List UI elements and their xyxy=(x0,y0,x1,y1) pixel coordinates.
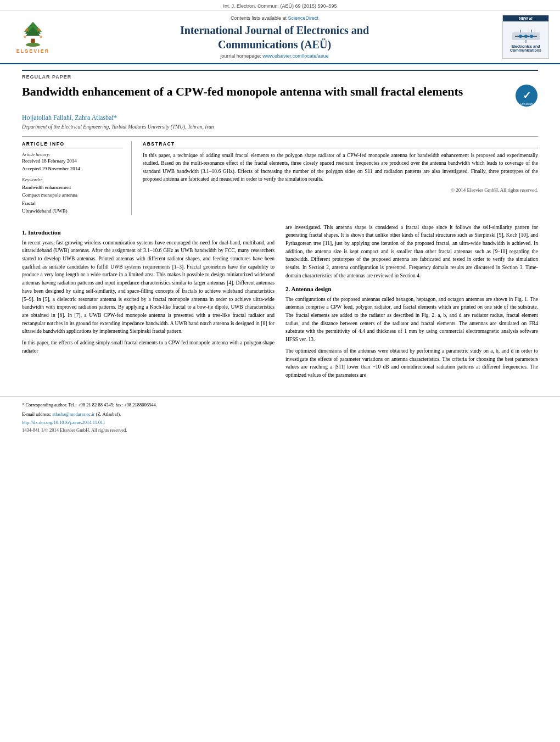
journal-header: ELSEVIER Contents lists available at Sci… xyxy=(0,10,560,64)
keyword-2: Compact monopole antenna xyxy=(22,191,123,199)
page-footer: * Corresponding author. Tel.: +98 21 82 … xyxy=(0,397,560,439)
journal-logo-box: NEW af Electronics and xyxy=(502,15,549,59)
homepage-url[interactable]: www.elsevier.com/locate/aeue xyxy=(262,53,329,59)
received-date: Received 18 February 2014 xyxy=(22,158,123,164)
citation-bar: Int. J. Electron. Commun. (AEÜ) 69 (2015… xyxy=(0,0,560,10)
svg-point-8 xyxy=(40,36,42,38)
section1-para1: In recent years, fast growing wireless c… xyxy=(22,239,275,336)
page: Int. J. Electron. Commun. (AEÜ) 69 (2015… xyxy=(0,0,560,742)
elsevier-brand-text: ELSEVIER xyxy=(16,48,50,54)
section1-heading: 1. Introduction xyxy=(22,229,275,236)
journal-logo-top-text: NEW af xyxy=(503,15,548,21)
body-columns: 1. Introduction In recent years, fast gr… xyxy=(22,224,538,383)
section2-heading: 2. Antenna design xyxy=(285,286,538,292)
journal-homepage: journal homepage: www.elsevier.com/locat… xyxy=(55,53,494,59)
svg-point-12 xyxy=(524,35,528,38)
journal-logo-body-text1: Electronics and Communications xyxy=(510,44,541,52)
abstract-copyright: © 2014 Elsevier GmbH. All rights reserve… xyxy=(143,187,538,193)
elsevier-logo: ELSEVIER xyxy=(11,20,55,54)
sciencedirect-label: Contents lists available at ScienceDirec… xyxy=(55,15,494,21)
keywords-section: Keywords: Bandwidth enhancement Compact … xyxy=(22,177,123,215)
svg-point-5 xyxy=(25,28,28,31)
journal-main-title: International Journal of Electronics and… xyxy=(55,23,494,52)
article-info-column: ARTICLE INFO Article history: Received 1… xyxy=(22,141,132,215)
authors: Hojjatollah Fallahi, Zahra Atlasbaf* xyxy=(22,114,538,122)
footnote-email: E-mail address: atlasha@modares.ac.ir (Z… xyxy=(22,411,538,418)
keyword-3: Fractal xyxy=(22,199,123,207)
paper-type-label: REGULAR PAPER xyxy=(22,70,538,80)
section2-para1: The configurations of the proposed anten… xyxy=(285,295,538,344)
keyword-1: Bandwidth enhancement xyxy=(22,183,123,191)
accepted-date: Accepted 19 November 2014 xyxy=(22,166,123,171)
section2-para2: The optimized dimensions of the antennas… xyxy=(285,347,538,380)
svg-point-11 xyxy=(519,35,522,38)
svg-point-6 xyxy=(37,28,40,31)
article-title: Bandwidth enhancement of a CPW-fed monop… xyxy=(22,84,509,100)
abstract-heading: ABSTRACT xyxy=(143,141,538,148)
sciencedirect-link[interactable]: ScienceDirect xyxy=(288,15,319,21)
email-link[interactable]: atlasha@modares.ac.ir xyxy=(52,411,94,417)
history-label: Article history: xyxy=(22,152,123,157)
keywords-label: Keywords: xyxy=(22,177,123,182)
article-info-heading: ARTICLE INFO xyxy=(22,141,123,148)
article-columns: ARTICLE INFO Article history: Received 1… xyxy=(22,136,538,215)
citation-text: Int. J. Electron. Commun. (AEÜ) 69 (2015… xyxy=(223,3,337,9)
section1-right-para1: are investigated. This antenna shape is … xyxy=(285,224,538,280)
journal-logo-circuit-icon xyxy=(509,28,542,44)
svg-text:CrossMark: CrossMark xyxy=(520,102,534,105)
doi-link[interactable]: http://dx.doi.org/10.1016/j.aeue.2014.11… xyxy=(22,420,538,425)
body-col-left: 1. Introduction In recent years, fast gr… xyxy=(22,224,275,383)
section1-para2: In this paper, the effects of adding sim… xyxy=(22,339,275,355)
crossmark-icon: ✓ CrossMark xyxy=(515,84,538,108)
journal-logo-body: Electronics and Communications xyxy=(503,21,548,58)
svg-point-7 xyxy=(24,36,26,38)
abstract-column: ABSTRACT In this paper, a technique of a… xyxy=(143,141,538,215)
keyword-4: Ultrawideband (UWB) xyxy=(22,207,123,215)
affiliation: Department of the Electrical Engineering… xyxy=(22,124,538,130)
svg-text:✓: ✓ xyxy=(523,90,531,101)
journal-logo-right: NEW af Electronics and xyxy=(494,15,549,59)
footer-copyright: 1434-841 1/© 2014 Elsevier GmbH. All rig… xyxy=(22,427,538,433)
footnote-star: * Corresponding author. Tel.: +98 21 82 … xyxy=(22,401,538,409)
journal-title-section: Contents lists available at ScienceDirec… xyxy=(55,15,494,59)
svg-point-1 xyxy=(26,43,40,47)
article-title-row: Bandwidth enhancement of a CPW-fed monop… xyxy=(22,84,538,108)
body-col-right: are investigated. This antenna shape is … xyxy=(285,224,538,383)
main-content: REGULAR PAPER Bandwidth enhancement of a… xyxy=(0,64,560,388)
elsevier-tree-icon xyxy=(16,20,49,47)
abstract-text: In this paper, a technique of adding sma… xyxy=(143,152,538,183)
svg-point-13 xyxy=(530,35,533,38)
